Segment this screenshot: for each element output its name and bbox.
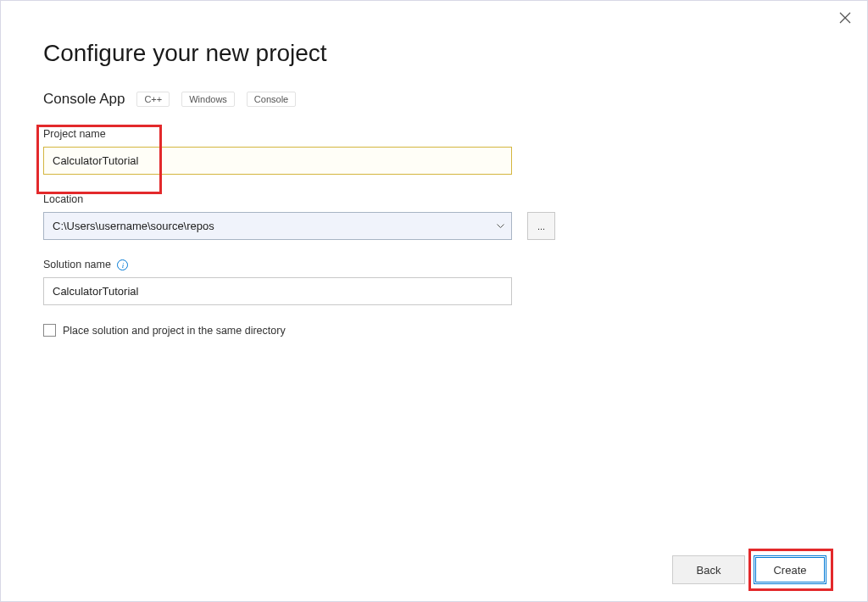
solution-name-input[interactable] [43, 277, 512, 305]
chevron-down-icon [492, 224, 508, 229]
back-button[interactable]: Back [672, 555, 745, 584]
dialog-footer: Back Create [672, 555, 826, 584]
project-name-group: Project name [43, 128, 825, 175]
location-group: Location C:\Users\username\source\repos … [43, 193, 825, 240]
location-combobox[interactable]: C:\Users\username\source\repos [43, 212, 512, 240]
template-header: Console App C++ Windows Console [43, 91, 825, 108]
template-tag: Windows [181, 92, 235, 107]
project-name-label: Project name [43, 128, 825, 140]
close-icon[interactable] [838, 11, 852, 25]
create-button[interactable]: Create [754, 555, 826, 584]
template-tag: Console [247, 92, 296, 107]
location-value: C:\Users\username\source\repos [53, 220, 492, 232]
browse-button[interactable]: ... [527, 212, 555, 240]
page-title: Configure your new project [43, 40, 825, 67]
solution-name-group: Solution name i [43, 259, 825, 305]
template-name: Console App [43, 91, 125, 108]
template-tag: C++ [136, 92, 170, 107]
location-label: Location [43, 193, 825, 205]
project-name-input[interactable] [43, 147, 512, 175]
solution-name-label: Solution name i [43, 259, 825, 270]
same-directory-row: Place solution and project in the same d… [43, 324, 825, 337]
solution-name-label-text: Solution name [43, 259, 111, 270]
same-directory-label: Place solution and project in the same d… [63, 325, 286, 337]
same-directory-checkbox[interactable] [43, 324, 56, 337]
info-icon[interactable]: i [117, 259, 128, 270]
